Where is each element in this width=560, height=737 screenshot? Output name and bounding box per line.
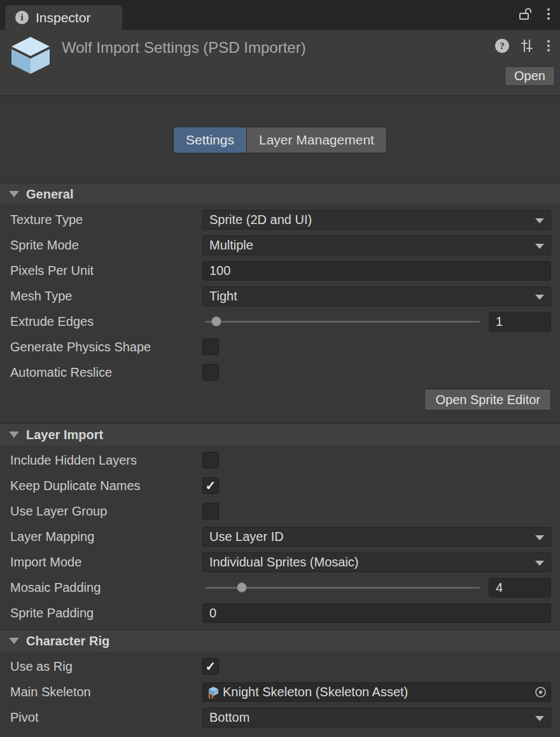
open-button[interactable]: Open [505,66,555,86]
section-general-header[interactable]: General [0,183,560,206]
use-layer-group-checkbox[interactable] [202,503,219,519]
keep-duplicate-names-label: Keep Duplicate Names [10,479,202,493]
sprite-padding-label: Sprite Padding [10,606,202,621]
texture-type-value: Sprite (2D and UI) [209,213,312,227]
mosaic-padding-input[interactable]: 4 [489,578,551,598]
main-skeleton-value: Knight Skeleton (Skeleton Asset) [223,685,408,699]
chevron-down-icon [535,244,544,249]
row-keep-duplicate-names: Keep Duplicate Names [0,473,560,498]
sprite-mode-value: Multiple [209,238,253,253]
mesh-type-label: Mesh Type [10,289,202,304]
extrude-edges-value: 1 [496,314,503,329]
importer-header: Wolf Import Settings (PSD Importer) ? Op… [0,30,560,96]
mesh-type-dropdown[interactable]: Tight [202,286,551,306]
row-extrude-edges: Extrude Edges 1 [0,309,560,334]
keep-duplicate-names-checkbox[interactable] [202,477,219,494]
row-generate-physics-shape: Generate Physics Shape [0,334,560,360]
section-character-rig-title: Character Rig [26,634,109,649]
layer-mapping-value: Use Layer ID [209,530,284,544]
texture-type-dropdown[interactable]: Sprite (2D and UI) [202,210,551,230]
foldout-icon [9,638,19,644]
lock-icon[interactable] [518,7,533,21]
pixels-per-unit-input[interactable]: 100 [202,261,551,281]
foldout-icon [9,191,19,197]
row-mosaic-padding: Mosaic Padding 4 [0,575,560,600]
section-layer-import-body: Include Hidden Layers Keep Duplicate Nam… [0,446,560,629]
section-layer-import-header[interactable]: Layer Import [0,423,560,446]
chevron-down-icon [535,716,544,721]
tab-inspector[interactable]: i Inspector [5,5,122,30]
slider-track [205,321,480,323]
skeleton-asset-icon: {} [207,685,220,699]
tab-layer-management[interactable]: Layer Management [246,127,386,153]
main-skeleton-label: Main Skeleton [10,685,202,699]
row-pixels-per-unit: Pixels Per Unit 100 [0,258,560,283]
use-as-rig-checkbox[interactable] [202,658,219,675]
include-hidden-layers-checkbox[interactable] [202,452,219,468]
open-sprite-editor-button[interactable]: Open Sprite Editor [424,389,551,411]
window-tab-bar: i Inspector [0,0,560,30]
mosaic-padding-value: 4 [496,580,503,595]
row-pivot: Pivot Bottom [0,705,560,730]
pixels-per-unit-value: 100 [209,263,230,278]
pivot-label: Pivot [10,710,202,725]
header-menu-icon[interactable] [545,39,552,53]
slider-handle[interactable] [211,316,221,326]
row-use-as-rig: Use as Rig [0,654,560,679]
extrude-edges-slider[interactable] [202,312,482,331]
extrude-edges-input[interactable]: 1 [489,312,551,332]
automatic-reslice-checkbox[interactable] [202,364,219,381]
row-texture-type: Texture Type Sprite (2D and UI) [0,207,560,232]
extrude-edges-label: Extrude Edges [10,314,202,329]
use-layer-group-label: Use Layer Group [10,504,202,519]
row-automatic-reslice: Automatic Reslice [0,360,560,385]
object-picker-icon[interactable] [533,684,549,702]
section-layer-import-title: Layer Import [26,428,103,442]
mosaic-padding-slider[interactable] [202,578,482,597]
chevron-down-icon [535,561,544,566]
texture-type-label: Texture Type [10,213,202,227]
row-include-hidden-layers: Include Hidden Layers [0,447,560,473]
help-icon[interactable]: ? [495,39,509,53]
tab-settings[interactable]: Settings [174,127,246,153]
sprite-padding-input[interactable]: 0 [202,603,551,623]
use-as-rig-label: Use as Rig [10,659,202,674]
include-hidden-layers-label: Include Hidden Layers [10,453,202,468]
section-general-body: Texture Type Sprite (2D and UI) Sprite M… [0,206,560,423]
psd-importer-icon [9,35,52,78]
importer-title: Wolf Import Settings (PSD Importer) [62,39,306,57]
sprite-mode-label: Sprite Mode [10,238,202,253]
layer-mapping-dropdown[interactable]: Use Layer ID [202,527,551,547]
section-character-rig-header[interactable]: Character Rig [0,629,560,652]
mesh-type-value: Tight [209,289,237,304]
info-icon: i [15,11,29,24]
presets-icon[interactable] [519,39,535,53]
pivot-value: Bottom [209,710,249,725]
chevron-down-icon [535,295,544,300]
pivot-dropdown[interactable]: Bottom [202,708,551,727]
window-menu-icon[interactable] [545,7,552,21]
row-mesh-type: Mesh Type Tight [0,283,560,309]
layer-mapping-label: Layer Mapping [10,530,202,544]
mode-tabs: Settings Layer Management [173,127,387,153]
sprite-padding-value: 0 [209,606,216,621]
mosaic-padding-label: Mosaic Padding [10,580,202,595]
section-general-title: General [26,187,73,202]
svg-text:{}: {} [208,691,214,699]
chevron-down-icon [535,535,544,540]
automatic-reslice-label: Automatic Reslice [10,365,202,380]
chevron-down-icon [535,218,544,223]
slider-handle[interactable] [237,582,247,593]
row-use-layer-group: Use Layer Group [0,498,560,524]
pixels-per-unit-label: Pixels Per Unit [10,263,202,278]
inspector-window: i Inspector Wolf Import Settings (PSD Im… [0,0,560,737]
main-skeleton-object-field[interactable]: {} Knight Skeleton (Skeleton Asset) [202,682,551,702]
tab-inspector-label: Inspector [36,10,90,25]
sprite-mode-dropdown[interactable]: Multiple [202,235,551,255]
import-mode-dropdown[interactable]: Individual Sprites (Mosaic) [202,552,551,572]
section-character-rig-body: Use as Rig Main Skeleton {} [0,652,560,734]
row-sprite-mode: Sprite Mode Multiple [0,232,560,258]
row-layer-mapping: Layer Mapping Use Layer ID [0,524,560,549]
import-mode-value: Individual Sprites (Mosaic) [209,555,359,570]
generate-physics-shape-checkbox[interactable] [202,339,219,355]
